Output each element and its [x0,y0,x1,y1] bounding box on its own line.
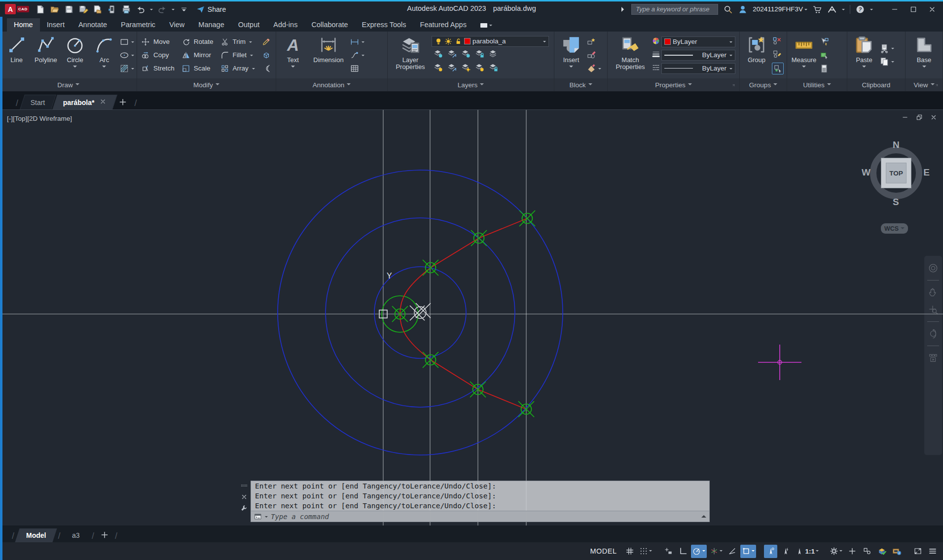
close-document-tab-button[interactable] [99,98,106,107]
move-button[interactable]: Move [140,35,176,48]
circle-button[interactable]: Circle [61,33,89,77]
annotation-autoscale-toggle[interactable] [779,545,792,558]
user-avatar[interactable] [738,4,748,14]
search-button[interactable] [723,4,733,14]
isometric-drafting-toggle[interactable] [708,545,724,558]
viewcube-top-face[interactable]: TOP [881,158,911,188]
model-space-indicator[interactable]: MODEL [588,547,621,555]
object-snap-toggle[interactable] [740,545,756,558]
fillet-button[interactable]: Fillet [219,48,256,62]
panel-label-modify[interactable]: Modify [137,78,276,91]
viewport-controls-label[interactable]: [-][Top][2D Wireframe] [7,115,72,122]
panel-expander-icon[interactable] [732,84,737,89]
panel-label-view[interactable]: View [906,78,943,91]
maximize-button[interactable] [909,5,917,13]
navigation-wheel-icon[interactable] [928,263,939,274]
object-snap-tracking-toggle[interactable] [725,545,739,558]
layer-match-button[interactable] [489,63,499,74]
viewport-restore-button[interactable] [916,114,923,121]
copy-clip-button[interactable] [879,57,894,67]
model-tab[interactable]: Model [15,528,57,542]
panel-label-annotation[interactable]: Annotation [276,78,387,91]
compass-west-label[interactable]: W [862,167,870,178]
file-tab-start[interactable]: Start [20,95,56,109]
command-drag-grip[interactable] [240,482,248,490]
compass-south-label[interactable]: S [893,197,899,208]
autodesk-dropdown[interactable] [842,9,845,12]
search-input[interactable] [631,4,718,15]
leader-button[interactable] [350,50,364,60]
undo-button[interactable] [136,4,145,14]
wcs-menu[interactable]: WCS [881,223,908,234]
copy-button[interactable]: Copy [140,48,176,62]
open-button[interactable] [50,4,60,14]
new-drawing-tab-button[interactable] [115,95,130,109]
command-input[interactable]: Type a command [251,511,709,522]
save-as-button[interactable] [78,4,88,14]
layer-properties-button[interactable]: Layer Properties [390,33,431,77]
snap-toggle[interactable] [638,545,653,558]
measure-button[interactable]: Measure [790,33,818,77]
compass-east-label[interactable]: E [923,167,930,178]
tab-parametric[interactable]: Parametric [114,18,162,32]
polyline-button[interactable]: Polyline [32,33,60,77]
ortho-toggle[interactable] [676,545,689,558]
autodesk-account-button[interactable] [827,4,837,14]
tab-featured-apps[interactable]: Featured Apps [413,18,473,32]
layer-select-combo[interactable]: parabola_a [432,36,549,47]
group-edit-button[interactable] [772,49,784,59]
save-to-web-button[interactable] [107,4,117,14]
pan-icon[interactable] [928,287,939,298]
drawing-canvas[interactable]: Y [-][Top][2D Wireframe] N S W E TOP WCS [0,109,943,525]
line-button[interactable]: Line [2,33,31,77]
tab-insert[interactable]: Insert [40,18,72,32]
command-close-button[interactable] [241,493,248,500]
viewport-close-button[interactable] [930,114,937,121]
insert-block-button[interactable]: Insert [557,33,585,77]
navigation-bar[interactable] [924,256,942,455]
plot-button[interactable] [121,4,131,14]
customization-menu-button[interactable] [926,545,939,558]
tab-collaborate[interactable]: Collaborate [304,18,355,32]
layout-tab-a3[interactable]: a3 [61,528,91,542]
linetype-combo[interactable]: ByLayer [661,63,735,74]
text-button[interactable]: AText [279,33,307,77]
search-flyout-arrow-icon[interactable] [621,7,626,12]
app-menu-button[interactable]: A CAD [5,4,29,14]
recent-commands-caret-icon[interactable] [265,516,268,519]
panel-label-clipboard[interactable]: Clipboard [847,78,905,91]
zoom-extents-icon[interactable] [928,304,939,315]
group-button[interactable]: Group [742,33,771,77]
annotation-monitor-button[interactable] [845,545,859,558]
layer-off-button[interactable] [434,49,443,61]
panel-label-properties[interactable]: Properties [608,78,739,91]
dimension-button[interactable]: Dimension [308,33,349,77]
cut-button[interactable] [879,43,894,53]
layer-thaw-button[interactable] [461,63,471,74]
workspace-switching-button[interactable] [828,545,844,558]
model-space-drawing[interactable]: Y [0,110,943,525]
arc-button[interactable]: Arc [90,33,118,77]
ribbon-display-toggle[interactable] [480,23,492,32]
offset-button[interactable] [260,62,272,75]
minimize-button[interactable] [891,5,899,13]
customize-qat-button[interactable] [179,4,189,14]
isolate-objects-button[interactable] [860,545,873,558]
signed-in-user[interactable]: 20241129FHF3V [753,5,807,13]
tab-addins[interactable]: Add-ins [266,18,304,32]
show-motion-icon[interactable] [928,352,939,363]
make-current-button[interactable] [489,49,499,61]
stretch-button[interactable]: Stretch [140,62,176,75]
tab-manage[interactable]: Manage [191,18,231,32]
file-tab-document[interactable]: parábola* [52,95,117,109]
quick-select-button[interactable] [819,37,829,47]
compass-north-label[interactable]: N [893,140,900,150]
quick-calculator-button[interactable] [819,64,829,73]
panel-label-layers[interactable]: Layers [388,78,554,91]
ungroup-button[interactable] [772,36,784,46]
viewport-minimize-button[interactable] [902,114,908,121]
tab-annotate[interactable]: Annotate [72,18,114,32]
close-button[interactable] [928,5,936,13]
orbit-icon[interactable] [928,328,939,339]
trim-button[interactable]: Trim [219,35,256,48]
